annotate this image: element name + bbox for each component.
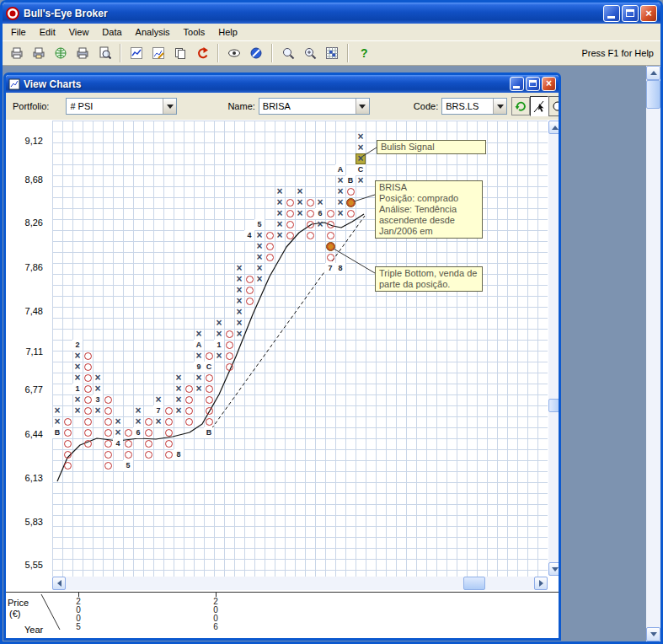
ellipse-tool-button[interactable] (548, 96, 561, 116)
no-sign-icon[interactable] (246, 43, 266, 63)
month-label: 7 (153, 405, 163, 416)
child-maximize-button[interactable] (526, 77, 540, 91)
portfolio-label: Portfolio: (13, 101, 49, 111)
price-tick-label: 7,11 (25, 346, 43, 357)
child-minimize-button[interactable] (510, 77, 524, 91)
month-label: 2 (72, 340, 83, 351)
pf-mark-o (206, 418, 213, 426)
help-icon[interactable]: ? (354, 43, 374, 63)
print-preview-icon[interactable] (94, 43, 115, 63)
refresh-button[interactable] (511, 97, 530, 115)
line-chart-icon[interactable] (126, 43, 147, 63)
scroll-left-button[interactable] (52, 577, 66, 590)
chevron-down-icon[interactable] (493, 99, 506, 114)
pf-mark-o (104, 440, 112, 448)
menu-tools[interactable]: Tools (177, 24, 212, 40)
menu-data[interactable]: Data (95, 24, 128, 40)
pf-mark-o (84, 385, 92, 393)
undo-icon[interactable] (192, 43, 212, 63)
chart-edit-icon[interactable] (148, 43, 168, 63)
code-select[interactable]: BRS.LS (441, 98, 507, 115)
close-button[interactable]: × (640, 5, 657, 22)
main-window: Bull's-Eye Broker × File Edit View Data … (0, 0, 663, 644)
pf-mark-o (246, 287, 254, 294)
annotation-triple-bottom[interactable]: Triple Bottom, venda departe da posição. (375, 266, 483, 292)
pf-mark-o (206, 374, 213, 382)
child-close-button[interactable]: × (542, 77, 556, 91)
scroll-right-button[interactable] (534, 577, 548, 590)
globe-chart-icon[interactable] (51, 43, 71, 63)
name-select[interactable]: BRISA (259, 98, 370, 115)
price-tick-label: 7,86 (25, 262, 43, 272)
code-label: Code: (414, 101, 438, 111)
pf-mark-x: × (275, 230, 285, 241)
pf-mark-o (327, 243, 334, 250)
print-setup-icon[interactable] (29, 43, 49, 63)
pf-mark-o (145, 418, 152, 426)
pf-mark-x: × (214, 351, 224, 362)
window-title: Bull's-Eye Broker (24, 8, 602, 19)
annotation-brisa-note[interactable]: BRISAPosição: compradoAnálise: Tendência… (375, 180, 483, 239)
price-tick-label: 5,83 (25, 517, 43, 527)
pf-mark-o (165, 440, 173, 448)
chevron-down-icon[interactable] (163, 99, 176, 114)
pf-mark-x: × (72, 405, 83, 416)
chevron-down-icon[interactable] (356, 99, 369, 114)
menu-analysis[interactable]: Analysis (129, 24, 177, 40)
month-label: 1 (72, 384, 83, 394)
pf-mark-o (185, 396, 193, 404)
scroll-up-button[interactable] (646, 66, 660, 80)
zoom-icon[interactable] (278, 43, 298, 63)
pf-mark-o (226, 363, 233, 371)
pf-mark-o (145, 440, 152, 448)
trendline-pointer-tool-button[interactable] (530, 96, 548, 116)
menu-edit[interactable]: Edit (33, 24, 62, 40)
horizontal-scroll-thumb[interactable] (463, 577, 485, 590)
price-axis: 9,128,688,267,867,487,116,776,446,135,83… (6, 120, 51, 579)
chart-vertical-scrollbar[interactable] (548, 121, 559, 576)
toolbar-separator (271, 44, 273, 62)
menu-file[interactable]: File (4, 24, 33, 40)
menu-view[interactable]: View (62, 24, 96, 40)
scroll-up-button[interactable] (548, 121, 559, 134)
main-vertical-scrollbar[interactable] (646, 66, 660, 641)
month-label: 6 (133, 427, 143, 438)
menu-help[interactable]: Help (211, 24, 244, 40)
month-label: 3 (93, 394, 103, 405)
pf-mark-o (286, 210, 294, 217)
child-window-title: View Charts (24, 78, 508, 90)
name-value: BRISA (259, 101, 356, 111)
minimize-button[interactable] (603, 5, 620, 22)
pf-mark-o (64, 418, 72, 426)
pf-mark-o (185, 418, 193, 426)
point-and-figure-plot[interactable]: ××××××××××××××××××××××××××××××××××××××××… (52, 121, 548, 577)
price-tick-label: 6,13 (25, 473, 43, 483)
printer-alt-icon[interactable] (72, 43, 93, 63)
annotation-text-line: BRISA (379, 182, 479, 193)
pf-mark-o (185, 385, 193, 393)
vertical-scroll-thumb[interactable] (548, 399, 559, 412)
chart-horizontal-scrollbar[interactable] (52, 577, 548, 590)
pf-mark-o (206, 352, 213, 360)
arrow-up-icon (552, 122, 559, 130)
vertical-scroll-thumb[interactable] (646, 80, 660, 109)
eye-icon[interactable] (224, 43, 244, 63)
scroll-down-button[interactable] (646, 627, 660, 641)
pf-mark-x: × (254, 274, 265, 285)
annotation-bulish-signal[interactable]: Bulish Signal (377, 140, 486, 154)
zoom-plus-icon[interactable] (300, 43, 320, 63)
scroll-down-button[interactable] (548, 562, 559, 576)
pf-mark-o (84, 396, 92, 404)
price-tick-label: 7,48 (25, 306, 43, 316)
copy-icon[interactable] (170, 43, 190, 63)
pf-mark-o (165, 451, 173, 459)
app-bullseye-icon (6, 7, 19, 20)
portfolio-select[interactable]: # PSI (66, 98, 177, 115)
pf-mark-o (206, 407, 213, 415)
printer-icon[interactable] (7, 43, 27, 63)
maximize-button[interactable] (622, 5, 639, 22)
month-label: 5 (123, 460, 133, 471)
pf-mark-o (104, 451, 112, 459)
grid-chart-icon[interactable] (322, 43, 342, 63)
pf-mark-o (185, 407, 193, 415)
